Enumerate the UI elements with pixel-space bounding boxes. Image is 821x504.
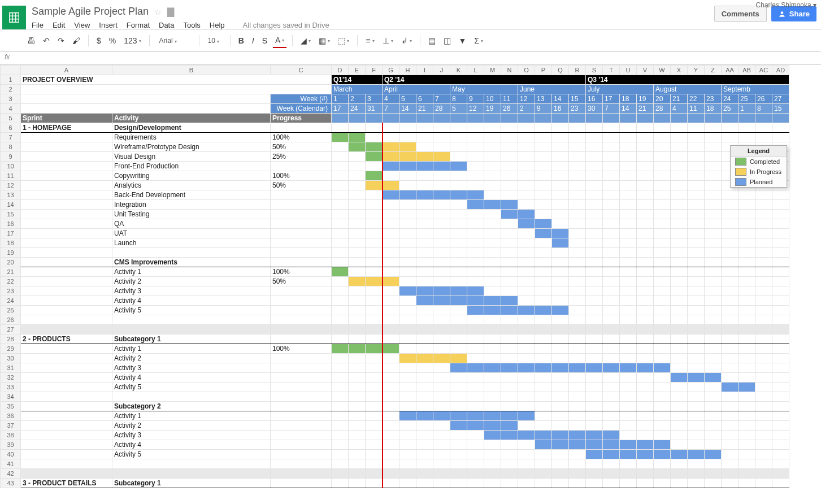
gantt-cell[interactable] — [552, 142, 569, 152]
gantt-cell[interactable] — [366, 334, 383, 344]
gantt-cell[interactable] — [535, 383, 552, 392]
gantt-cell[interactable] — [349, 238, 366, 248]
activity-cell[interactable]: Activity 2 — [112, 421, 271, 431]
sprint-cell[interactable] — [21, 162, 112, 171]
gantt-cell[interactable] — [552, 306, 569, 315]
gantt-cell[interactable] — [620, 171, 637, 181]
gantt-cell[interactable] — [688, 363, 705, 373]
gantt-cell[interactable] — [755, 296, 772, 306]
gantt-cell[interactable] — [569, 402, 586, 411]
gantt-cell[interactable] — [722, 392, 739, 402]
gantt-cell[interactable] — [416, 479, 433, 488]
paint-format-icon[interactable]: 🖌 — [70, 34, 82, 47]
gantt-cell[interactable] — [688, 354, 705, 363]
gantt-cell[interactable] — [603, 383, 620, 392]
gantt-cell[interactable] — [467, 440, 484, 450]
gantt-cell[interactable] — [383, 181, 399, 190]
gantt-cell[interactable] — [688, 162, 705, 171]
percent-button[interactable]: % — [107, 34, 118, 47]
gantt-cell[interactable] — [535, 344, 552, 354]
gantt-cell[interactable] — [501, 325, 518, 334]
gantt-cell[interactable] — [366, 450, 383, 459]
gantt-cell[interactable] — [467, 383, 484, 392]
gantt-cell[interactable] — [399, 248, 416, 258]
gantt-cell[interactable] — [637, 267, 654, 277]
gantt-cell[interactable] — [688, 334, 705, 344]
folder-icon[interactable]: ▇ — [167, 6, 174, 17]
gantt-cell[interactable] — [688, 229, 705, 238]
gantt-cell[interactable] — [467, 286, 484, 296]
gantt-cell[interactable] — [705, 479, 722, 488]
gantt-cell[interactable] — [552, 411, 569, 421]
gantt-cell[interactable] — [637, 181, 654, 190]
gantt-cell[interactable] — [772, 440, 789, 450]
gantt-cell[interactable] — [501, 286, 518, 296]
gantt-cell[interactable] — [518, 325, 535, 334]
gantt-cell[interactable] — [450, 181, 467, 190]
gantt-cell[interactable] — [501, 162, 518, 171]
gantt-cell[interactable] — [366, 219, 383, 229]
gantt-cell[interactable] — [705, 229, 722, 238]
gantt-cell[interactable] — [399, 392, 416, 402]
menu-view[interactable]: View — [74, 21, 90, 29]
activity-cell[interactable]: Copywriting — [112, 171, 271, 181]
gantt-cell[interactable] — [366, 171, 383, 181]
gantt-cell[interactable] — [772, 286, 789, 296]
gantt-cell[interactable] — [569, 238, 586, 248]
col-header[interactable]: V — [637, 66, 654, 75]
gantt-cell[interactable] — [484, 267, 501, 277]
gantt-cell[interactable] — [484, 363, 501, 373]
gantt-cell[interactable] — [722, 479, 739, 488]
gantt-cell[interactable] — [569, 190, 586, 200]
gantt-cell[interactable] — [332, 296, 349, 306]
gantt-cell[interactable] — [586, 210, 603, 219]
gantt-cell[interactable] — [755, 248, 772, 258]
gantt-cell[interactable] — [349, 162, 366, 171]
gantt-cell[interactable] — [772, 344, 789, 354]
gantt-cell[interactable] — [705, 296, 722, 306]
gantt-cell[interactable] — [535, 286, 552, 296]
gantt-cell[interactable] — [586, 334, 603, 344]
gantt-cell[interactable] — [722, 238, 739, 248]
gantt-cell[interactable] — [705, 123, 722, 133]
gantt-cell[interactable] — [518, 431, 535, 440]
gantt-cell[interactable] — [416, 392, 433, 402]
gantt-cell[interactable] — [569, 440, 586, 450]
gantt-cell[interactable] — [620, 411, 637, 421]
sprint-cell[interactable] — [21, 383, 112, 392]
gantt-cell[interactable] — [416, 258, 433, 267]
gantt-cell[interactable] — [586, 238, 603, 248]
gantt-cell[interactable] — [654, 229, 671, 238]
gantt-cell[interactable] — [569, 181, 586, 190]
gantt-cell[interactable] — [654, 479, 671, 488]
gantt-cell[interactable] — [332, 181, 349, 190]
gantt-cell[interactable] — [366, 363, 383, 373]
gantt-cell[interactable] — [755, 123, 772, 133]
gantt-cell[interactable] — [518, 421, 535, 431]
gantt-cell[interactable] — [332, 248, 349, 258]
italic-icon[interactable]: I — [250, 34, 257, 47]
gantt-cell[interactable] — [349, 354, 366, 363]
gantt-cell[interactable] — [349, 133, 366, 142]
gantt-cell[interactable] — [671, 392, 688, 402]
gantt-cell[interactable] — [416, 248, 433, 258]
gantt-cell[interactable] — [569, 123, 586, 133]
gantt-cell[interactable] — [654, 219, 671, 229]
gantt-cell[interactable] — [552, 296, 569, 306]
gantt-cell[interactable] — [484, 431, 501, 440]
gantt-cell[interactable] — [569, 277, 586, 286]
gantt-cell[interactable] — [484, 479, 501, 488]
gantt-cell[interactable] — [772, 296, 789, 306]
gantt-cell[interactable] — [399, 267, 416, 277]
gantt-cell[interactable] — [349, 402, 366, 411]
sprint-cell[interactable] — [21, 431, 112, 440]
gantt-cell[interactable] — [535, 142, 552, 152]
gantt-cell[interactable] — [535, 459, 552, 469]
gantt-cell[interactable] — [654, 373, 671, 383]
gantt-cell[interactable] — [332, 315, 349, 325]
progress-cell[interactable]: 50% — [271, 181, 332, 190]
gantt-cell[interactable] — [433, 200, 450, 210]
gantt-cell[interactable] — [671, 181, 688, 190]
gantt-cell[interactable] — [349, 344, 366, 354]
gantt-cell[interactable] — [705, 383, 722, 392]
